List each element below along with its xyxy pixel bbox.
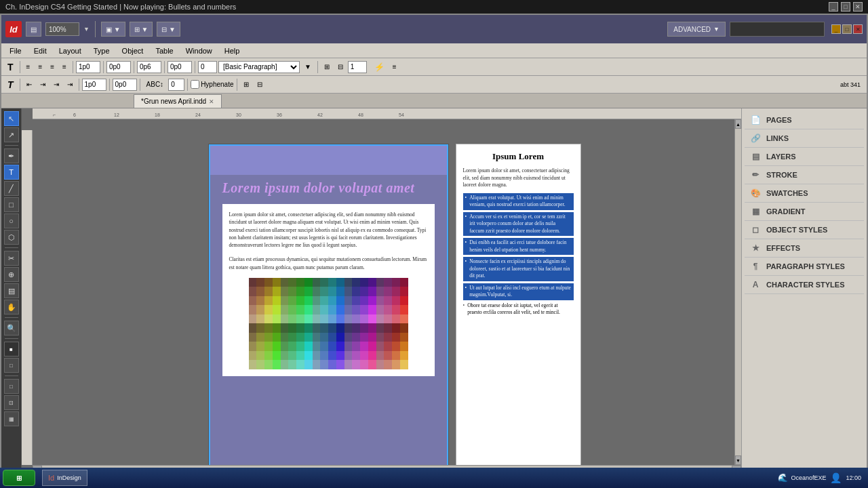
ruler-top: ⌐ 6 12 18 24 30 36 42 48 54 (33, 108, 741, 119)
right-scrollbar[interactable]: ▲ ▼ (734, 119, 741, 465)
space-after[interactable] (106, 61, 131, 73)
drop-caps[interactable] (137, 61, 161, 73)
search-input[interactable] (730, 22, 825, 37)
maximize-button[interactable]: □ (841, 2, 850, 12)
close-button[interactable]: ✕ (853, 2, 863, 12)
document-tab[interactable]: *Grun news April.indd ✕ (134, 94, 222, 108)
page-body-text: Lorem ipsum dolor sit amet, consectetuer… (229, 211, 428, 249)
panel-item-links[interactable]: 🔗LINKS (745, 129, 864, 148)
polygon-tool[interactable]: ⬡ (4, 230, 19, 245)
stroke-color[interactable]: □ (4, 358, 19, 373)
align-center[interactable]: ≡ (35, 60, 45, 74)
ellipse-tool[interactable]: ○ (4, 214, 19, 228)
taskbar-person-icon: 👤 (830, 472, 842, 483)
char-style-btn2[interactable]: ⊟ (334, 60, 347, 74)
pen-tool[interactable]: ✒ (4, 148, 19, 163)
win-minimize[interactable]: _ (831, 24, 841, 34)
panel-item-effects[interactable]: ★EFFECTS (745, 239, 864, 258)
bullet-text-4: Ut aut lutpat lor alisi incl euguero etu… (469, 285, 571, 299)
indent-right[interactable] (113, 79, 137, 91)
lightning-btn[interactable]: ⚡ (371, 60, 388, 74)
abc-input[interactable] (168, 79, 184, 91)
arrange-btn[interactable]: ⊟ ▼ (157, 22, 180, 37)
taskbar-indesign[interactable]: Id InDesign (42, 470, 87, 486)
zoom-input[interactable] (45, 22, 79, 36)
zoom-tool[interactable]: 🔍 (4, 321, 19, 336)
abc-btn[interactable]: ABC↕ (143, 78, 167, 92)
panel-item-object-styles[interactable]: ◻OBJECT STYLES (745, 221, 864, 239)
panel-icon-5: ▦ (750, 206, 761, 217)
indent-less[interactable]: ⇤ (23, 78, 35, 92)
grid-btn2[interactable]: ⊟ (254, 78, 266, 92)
app-topbar: Id ▤ ▼ ▣ ▼ ⊞ ▼ ⊟ ▼ ADVANCED ▼ _ □ ✕ (1, 15, 867, 43)
menu-window[interactable]: Window (180, 45, 218, 56)
normal-mode[interactable]: □ (4, 379, 19, 394)
menu-object[interactable]: Object (117, 45, 149, 56)
scrollbar-down[interactable]: ▼ (735, 455, 741, 465)
menu-edit[interactable]: Edit (28, 45, 52, 56)
menu-type[interactable]: Type (88, 45, 115, 56)
selection-tool[interactable]: ↖ (4, 111, 19, 126)
hyphenate-check[interactable] (191, 80, 199, 89)
indent-more3[interactable]: ⇥ (64, 78, 76, 92)
tool-t2[interactable]: T (4, 78, 17, 92)
panel-item-character-styles[interactable]: ACHARACTER STYLES (745, 276, 864, 294)
tracking[interactable] (198, 61, 217, 73)
indent-more[interactable]: ⇥ (37, 78, 49, 92)
align-left[interactable]: ≡ (23, 60, 34, 74)
sep-fmt-5 (164, 61, 165, 73)
menu-layout[interactable]: Layout (54, 45, 87, 56)
indent-left[interactable] (82, 79, 106, 91)
minimize-button[interactable]: _ (829, 2, 838, 12)
layout-btn[interactable]: ⊞ ▼ (130, 22, 153, 37)
panel-item-stroke[interactable]: ✏STROKE (745, 166, 864, 184)
grid-btn1[interactable]: ⊞ (240, 78, 252, 92)
advanced-button[interactable]: ADVANCED ▼ (667, 22, 726, 37)
paragraph-style-select[interactable]: [Basic Paragraph] (218, 61, 300, 73)
indent-more2[interactable]: ⇥ (50, 78, 62, 92)
zoom-dropdown-icon[interactable]: ▼ (83, 26, 90, 33)
style-options[interactable]: ▼ (301, 60, 315, 74)
char-style-btn1[interactable]: ⊞ (321, 60, 333, 74)
menu-table[interactable]: Table (150, 45, 178, 56)
space-before[interactable] (76, 61, 100, 73)
fill-color[interactable]: ■ (4, 342, 19, 357)
extra-btn[interactable]: abt 341 (837, 78, 864, 92)
panel-btn[interactable]: ≡ (389, 60, 400, 74)
taskbar-ocean-item[interactable]: 🌊 OceanofEXE (778, 473, 826, 483)
leading[interactable] (167, 61, 192, 73)
rect-tool[interactable]: □ (4, 197, 19, 212)
tab-close-btn[interactable]: ✕ (209, 98, 214, 105)
gradient-tool[interactable]: ▤ (4, 283, 19, 298)
line-tool[interactable]: ╱ (4, 181, 19, 196)
type-tool[interactable]: T (4, 165, 19, 180)
layout-mode[interactable]: ▦ (4, 411, 19, 426)
num-value[interactable] (348, 61, 367, 73)
bullet-item-0: •Aliquam erat volutpat. Ut wisi enim ad … (463, 193, 574, 210)
document-canvas[interactable]: Lorem ipsum dolor volupat amet Lorem ips… (33, 119, 734, 465)
frame-mode[interactable]: ⊡ (4, 395, 19, 410)
text-tool[interactable]: T (4, 60, 17, 74)
menu-help[interactable]: Help (219, 45, 245, 56)
page-title: Lorem ipsum dolor volupat amet (209, 175, 448, 199)
menu-file[interactable]: File (4, 45, 27, 56)
hand-tool[interactable]: ✋ (4, 300, 19, 314)
scrollbar-up[interactable]: ▲ (735, 119, 741, 129)
bullet-dot-0: • (465, 195, 467, 209)
win-maximize[interactable]: □ (842, 24, 852, 34)
ruler-mark-4: 18 (155, 113, 160, 117)
view-btn[interactable]: ▣ ▼ (101, 22, 125, 37)
panel-item-swatches[interactable]: 🎨SWATCHES (745, 184, 864, 203)
direct-select-tool[interactable]: ↗ (4, 127, 19, 142)
panel-item-pages[interactable]: 📄PAGES (745, 111, 864, 129)
panel-item-gradient[interactable]: ▦GRADIENT (745, 203, 864, 221)
win-close[interactable]: ✕ (853, 24, 863, 34)
scissors-tool[interactable]: ✂ (4, 251, 19, 266)
align-justify[interactable]: ≡ (59, 60, 70, 74)
toolbar-btn-1[interactable]: ▤ (26, 22, 41, 37)
free-transform[interactable]: ⊕ (4, 267, 19, 282)
start-button[interactable]: ⊞ (3, 470, 35, 486)
panel-item-layers[interactable]: ▤LAYERS (745, 148, 864, 166)
align-right[interactable]: ≡ (47, 60, 58, 74)
panel-item-paragraph-styles[interactable]: ¶PARAGRAPH STYLES (745, 258, 864, 276)
